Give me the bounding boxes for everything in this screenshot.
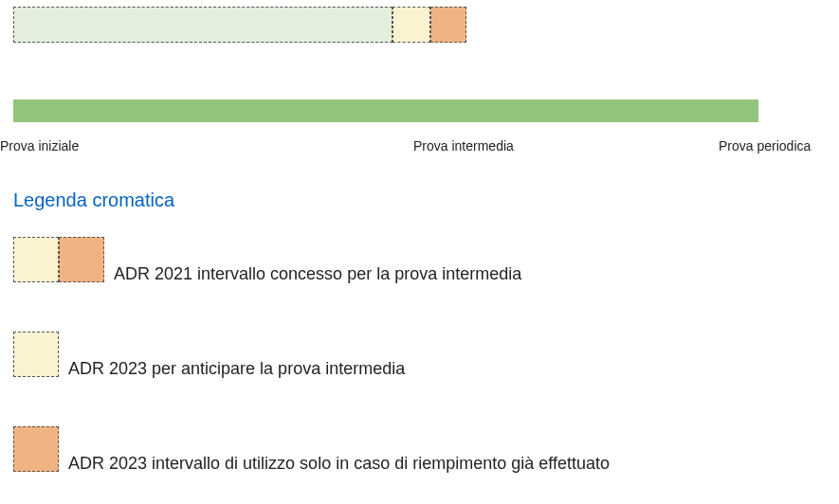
- cream-interval-segment: [392, 7, 430, 43]
- timeline-label-mid: Prova intermedia: [413, 138, 514, 153]
- legend-swatch-cream-orange: [13, 237, 104, 282]
- legend-item-2: ADR 2023 per anticipare la prova interme…: [13, 332, 405, 377]
- legend-item-3-label: ADR 2023 intervallo di utilizzo solo in …: [68, 455, 610, 472]
- orange-interval-segment: [430, 7, 466, 43]
- legend-title: Legenda cromatica: [13, 189, 174, 211]
- legend-item-3: ADR 2023 intervallo di utilizzo solo in …: [13, 426, 610, 472]
- swatch-cream-icon: [13, 332, 59, 377]
- legend-item-1-label: ADR 2021 intervallo concesso per la prov…: [114, 265, 521, 282]
- legend-item-1: ADR 2021 intervallo concesso per la prov…: [13, 237, 521, 282]
- timeline-label-end: Prova periodica: [719, 138, 811, 153]
- base-period-segment: [13, 7, 392, 43]
- timeline-label-start: Prova iniziale: [0, 138, 79, 153]
- legend-swatch-orange-only: [13, 426, 59, 472]
- swatch-orange-icon: [13, 426, 59, 472]
- legend-item-2-label: ADR 2023 per anticipare la prova interme…: [68, 360, 405, 377]
- legend-swatch-cream-only: [13, 332, 59, 377]
- interval-bar-group: [13, 7, 468, 43]
- swatch-cream-icon: [13, 237, 59, 282]
- swatch-orange-icon: [59, 237, 104, 282]
- full-period-bar: [13, 99, 758, 122]
